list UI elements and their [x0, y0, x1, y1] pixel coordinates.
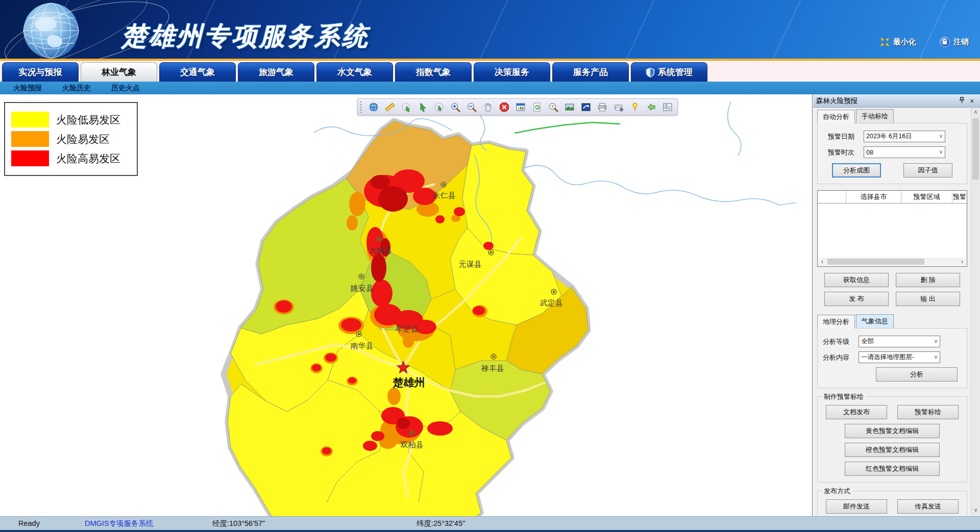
map-canvas[interactable]: 永仁县 大姚县 元谋县 姚安县 武定县 南华县 牟定县 禄丰县 双柏县 楚雄州 … [0, 94, 813, 516]
red-warning-doc-button[interactable]: 红色预警文档编辑 [845, 462, 940, 476]
table-hscrollbar[interactable]: ‹ › [818, 258, 966, 266]
analysis-content-select[interactable]: 一请选择地理图层-˅ [859, 351, 940, 363]
tab-weather-info[interactable]: 气象信息 [856, 314, 894, 328]
pan-icon[interactable] [482, 102, 494, 113]
warn-time-select[interactable]: 08˅ [864, 146, 945, 158]
close-icon[interactable]: × [967, 97, 977, 105]
print-setup-icon[interactable] [613, 102, 624, 113]
analysis-info-tabs: 地理分析 气象信息 [817, 314, 967, 328]
status-ready: Ready [18, 519, 85, 527]
panel-titlebar: 森林火险预报 × [813, 94, 980, 108]
select-region-icon[interactable] [401, 102, 412, 113]
plot-group-title: 制作预警标绘 [822, 392, 866, 401]
scroll-down-icon[interactable]: ˅ [971, 507, 980, 515]
tab-system-management[interactable]: 系统管理 [631, 62, 707, 82]
legend-item-medium: 火险易发区 [11, 131, 131, 147]
panel-vscrollbar[interactable]: ˄ ˅ [971, 108, 980, 516]
select-circle-icon[interactable] [433, 102, 445, 113]
orange-warning-doc-button[interactable]: 橙色预警文档编辑 [845, 443, 940, 457]
plot-group: 制作预警标绘 文档发布 预警标绘 黄色预警文档编辑 橙色预警文档编辑 红色预警文… [817, 396, 967, 483]
warn-plot-button[interactable]: 预警标绘 [897, 405, 959, 419]
toolbar-grip[interactable] [360, 102, 362, 113]
app-title: 楚雄州专项服务系统 [121, 19, 370, 54]
vscroll-thumb[interactable] [972, 118, 979, 180]
scroll-up-icon[interactable]: ˄ [971, 109, 980, 117]
label-lufeng: 禄丰县 [481, 364, 504, 372]
legend-swatch-red [11, 150, 49, 166]
analysis-content-label: 分析内容 [823, 353, 854, 362]
chevron-down-icon: ˅ [934, 354, 938, 361]
get-info-button[interactable]: 获取信息 [824, 273, 889, 287]
stop-icon[interactable] [499, 102, 510, 113]
yellow-warning-doc-button[interactable]: 黄色预警文档编辑 [845, 424, 940, 438]
auto-analysis-page: 预警日期 2023年 6月16日˅ 预警时次 08˅ 分析成图 因子值 [817, 123, 967, 184]
export-button[interactable]: 输 出 [896, 292, 960, 306]
warning-table-header: 选择县市 预警区域 预警 [818, 191, 967, 204]
placemark-icon[interactable] [629, 102, 641, 113]
subnav-fire-forecast[interactable]: 火险预报 [13, 84, 42, 93]
tab-decision-service[interactable]: 决策服务 [474, 62, 550, 82]
image-icon[interactable] [564, 102, 575, 113]
zoom-out-icon[interactable] [466, 102, 477, 113]
label-chuxiong-city: 楚雄州 [393, 376, 425, 389]
tab-service-products[interactable]: 服务产品 [552, 62, 629, 82]
print-icon[interactable] [597, 102, 608, 113]
sub-navbar: 火险预报 火险历史 历史火点 [0, 82, 980, 94]
factor-value-button[interactable]: 因子值 [903, 163, 952, 178]
label-yongren: 永仁县 [433, 191, 456, 199]
fax-send-button[interactable]: 传真发送 [897, 499, 959, 514]
subnav-fire-history[interactable]: 火险历史 [62, 84, 91, 93]
measure-icon[interactable] [384, 102, 396, 113]
email-send-button[interactable]: 邮件发送 [826, 499, 887, 514]
tab-manual-plot[interactable]: 手动标绘 [856, 109, 894, 123]
delete-button[interactable]: 删 除 [896, 273, 960, 287]
status-system-name: DMGIS专项服务系统 [85, 519, 212, 528]
publish-group-title: 发布方式 [822, 487, 852, 496]
tab-index-weather[interactable]: 指数气象 [395, 62, 472, 82]
identify-icon[interactable]: ? [548, 102, 559, 113]
minimize-button[interactable]: 最小化 [880, 37, 916, 47]
tab-auto-analysis[interactable]: 自动分析 [817, 110, 855, 123]
analysis-level-select[interactable]: 全部˅ [859, 336, 940, 347]
tab-forestry-weather[interactable]: 林业气象 [81, 62, 157, 82]
panel-title: 森林火险预报 [816, 96, 957, 106]
minimize-icon [880, 37, 890, 47]
hscroll-thumb[interactable] [827, 259, 924, 265]
analysis-mode-tabs: 自动分析 手动标绘 [817, 109, 967, 123]
legend-item-low: 火险低易发区 [11, 112, 131, 128]
export-map-icon[interactable] [580, 102, 592, 113]
back-icon[interactable] [646, 102, 657, 113]
tab-traffic-weather[interactable]: 交通气象 [159, 62, 236, 82]
tab-hydro-weather[interactable]: 水文气象 [316, 62, 393, 82]
label-wuding: 武定县 [540, 298, 563, 307]
publish-button[interactable]: 发 布 [824, 292, 889, 306]
scroll-right-icon[interactable]: › [958, 258, 966, 265]
select-feature-icon[interactable] [417, 102, 428, 113]
label-mouding: 牟定县 [396, 324, 419, 333]
globe-icon[interactable] [368, 102, 379, 113]
label-dayao: 大姚县 [369, 246, 392, 255]
pin-icon[interactable] [957, 97, 967, 105]
warning-table[interactable]: 选择县市 预警区域 预警 ‹ › [817, 190, 967, 267]
svg-text:?: ? [551, 104, 554, 109]
logout-button[interactable]: 注销 [940, 37, 969, 47]
map-toolbar: ? [357, 98, 678, 115]
tab-geo-analysis[interactable]: 地理分析 [817, 315, 855, 328]
zoom-in-icon[interactable] [450, 102, 461, 113]
warn-time-label: 预警时次 [828, 148, 860, 157]
legend-item-high: 火险高易发区 [11, 150, 131, 166]
analysis-level-label: 分析等级 [823, 337, 854, 346]
tab-live-forecast[interactable]: 实况与预报 [2, 62, 79, 82]
subnav-historical-firepoints[interactable]: 历史火点 [111, 84, 140, 93]
overview-map-icon[interactable] [662, 102, 673, 113]
scroll-left-icon[interactable]: ‹ [818, 258, 826, 265]
tab-tourism-weather[interactable]: 旅游气象 [238, 62, 314, 82]
window-chart-icon[interactable] [515, 102, 526, 113]
doc-publish-button[interactable]: 文档发布 [826, 405, 887, 419]
analyze-button[interactable]: 分析 [876, 367, 958, 382]
warn-date-select[interactable]: 2023年 6月16日˅ [864, 131, 945, 142]
status-latitude: 纬度:25°32'45" [416, 519, 465, 528]
analyze-map-button[interactable]: 分析成图 [832, 163, 881, 178]
status-bar: Ready DMGIS专项服务系统 经度:103°56'57" 纬度:25°32… [0, 516, 980, 532]
refresh-icon[interactable] [531, 102, 543, 113]
